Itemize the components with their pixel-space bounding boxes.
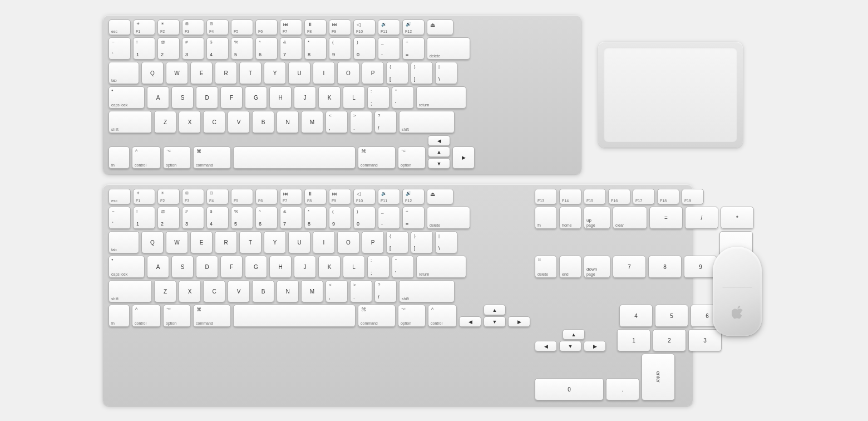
key-6[interactable]: ^6 (255, 37, 278, 60)
key-f10[interactable]: ◁F10 (353, 19, 376, 35)
key-7[interactable]: &7 (280, 37, 302, 60)
num-key-multiply[interactable]: * (721, 207, 754, 229)
key-shift-right[interactable]: shift (399, 111, 455, 133)
ext-key-v[interactable]: V (228, 280, 250, 302)
ext-key-option-right[interactable]: ⌥option (398, 305, 426, 327)
num-nav-arrow-up[interactable]: ▲ (563, 329, 585, 340)
key-r[interactable]: R (215, 62, 237, 84)
key-option-right[interactable]: ⌥option (398, 146, 426, 169)
ext-key-w[interactable]: W (166, 231, 188, 253)
key-f12[interactable]: 🔊F12 (402, 19, 425, 35)
key-m[interactable]: M (301, 111, 323, 133)
ext-key-arrow-down[interactable]: ▼ (484, 316, 506, 327)
ext-key-tab[interactable]: tab (108, 231, 139, 253)
num-key-pagedown[interactable]: pagedown (584, 256, 610, 278)
ext-key-k[interactable]: K (318, 256, 341, 278)
ext-key-8[interactable]: *8 (304, 207, 327, 229)
key-f4[interactable]: ⊟F4 (206, 19, 229, 35)
num-key-0[interactable]: 0 (535, 378, 604, 400)
key-f18[interactable]: F18 (657, 189, 679, 204)
ext-key-6[interactable]: ^6 (255, 207, 278, 229)
ext-key-semicolon[interactable]: :; (367, 256, 389, 278)
ext-key-return[interactable]: return (416, 256, 466, 278)
ext-key-3[interactable]: #3 (182, 207, 204, 229)
ext-key-c[interactable]: C (203, 280, 225, 302)
key-semicolon[interactable]: :; (367, 86, 389, 109)
ext-key-f[interactable]: F (220, 256, 243, 278)
key-c[interactable]: C (203, 111, 225, 133)
key-rbracket[interactable]: }] (411, 62, 433, 84)
ext-key-b[interactable]: B (252, 280, 274, 302)
key-comma[interactable]: <, (326, 111, 348, 133)
ext-key-o[interactable]: O (337, 231, 359, 253)
ext-key-1[interactable]: !1 (133, 207, 155, 229)
ext-key-period[interactable]: >. (350, 280, 372, 302)
ext-key-9[interactable]: (9 (329, 207, 351, 229)
num-key-dot[interactable]: . (606, 378, 639, 400)
ext-key-rbracket[interactable]: }] (411, 231, 433, 253)
num-key-end[interactable]: end (559, 256, 581, 278)
key-minus[interactable]: _- (378, 37, 400, 60)
ext-key-shift-left[interactable]: shift (108, 280, 152, 302)
num-key-2[interactable]: 2 (653, 329, 686, 351)
ext-key-f7[interactable]: ⏮F7 (280, 189, 302, 204)
num-key-8[interactable]: 8 (648, 256, 682, 278)
num-key-fn[interactable]: fn (535, 207, 557, 229)
key-x[interactable]: X (179, 111, 201, 133)
key-4[interactable]: $4 (206, 37, 229, 60)
key-lbracket[interactable]: {[ (386, 62, 408, 84)
key-command-right[interactable]: ⌘command (358, 146, 396, 169)
ext-key-y[interactable]: Y (264, 231, 286, 253)
key-f17[interactable]: F17 (633, 189, 655, 204)
key-control-left[interactable]: ^control (132, 146, 161, 169)
ext-key-z[interactable]: Z (154, 280, 176, 302)
num-key-5[interactable]: 5 (655, 305, 688, 327)
ext-key-backtick[interactable]: ~` (108, 207, 131, 229)
key-d[interactable]: D (196, 86, 218, 109)
key-option-left[interactable]: ⌥option (163, 146, 191, 169)
key-f19[interactable]: F19 (682, 189, 704, 204)
ext-key-delete[interactable]: delete (427, 207, 470, 229)
ext-key-a[interactable]: A (147, 256, 169, 278)
num-key-enter[interactable]: enter (642, 354, 675, 400)
key-u[interactable]: U (288, 62, 310, 84)
ext-key-backslash[interactable]: |\ (435, 231, 457, 253)
key-b[interactable]: B (252, 111, 274, 133)
key-w[interactable]: W (166, 62, 188, 84)
key-f5[interactable]: F5 (231, 19, 253, 35)
key-1[interactable]: !1 (133, 37, 155, 60)
num-nav-arrow-left[interactable]: ◀ (535, 341, 557, 351)
ext-key-arrow-up[interactable]: ▲ (484, 305, 506, 315)
ext-key-f12[interactable]: 🔊F12 (402, 189, 425, 204)
key-quote[interactable]: "' (392, 86, 414, 109)
ext-key-f4[interactable]: ⊟F4 (206, 189, 229, 204)
num-key-4[interactable]: 4 (619, 305, 653, 327)
key-period[interactable]: >. (350, 111, 372, 133)
ext-key-m[interactable]: M (301, 280, 323, 302)
ext-key-r[interactable]: R (215, 231, 237, 253)
key-f9[interactable]: ⏭F9 (329, 19, 351, 35)
key-backtick[interactable]: ~` (108, 37, 131, 60)
key-n[interactable]: N (277, 111, 299, 133)
ext-key-slash[interactable]: ?/ (374, 280, 397, 302)
key-y[interactable]: Y (264, 62, 286, 84)
ext-key-option-left[interactable]: ⌥option (163, 305, 191, 327)
ext-key-lbracket[interactable]: {[ (386, 231, 408, 253)
ext-key-esc[interactable]: esc (108, 189, 131, 204)
key-f1[interactable]: ☀F1 (133, 19, 155, 35)
ext-key-4[interactable]: $4 (206, 207, 229, 229)
key-f16[interactable]: F16 (608, 189, 630, 204)
num-nav-arrow-down[interactable]: ▼ (559, 341, 581, 351)
key-8[interactable]: *8 (304, 37, 327, 60)
key-arrow-right[interactable]: ▶ (452, 146, 475, 169)
key-command-left[interactable]: ⌘command (193, 146, 231, 169)
key-delete[interactable]: delete (427, 37, 470, 60)
key-t[interactable]: T (239, 62, 262, 84)
ext-key-0[interactable]: )0 (353, 207, 376, 229)
key-fn[interactable]: fn (108, 146, 130, 169)
num-key-7[interactable]: 7 (613, 256, 646, 278)
key-q[interactable]: Q (141, 62, 164, 84)
ext-key-capslock[interactable]: ●caps lock (108, 256, 145, 278)
ext-key-f8[interactable]: ⏸F8 (304, 189, 327, 204)
key-k[interactable]: K (318, 86, 341, 109)
